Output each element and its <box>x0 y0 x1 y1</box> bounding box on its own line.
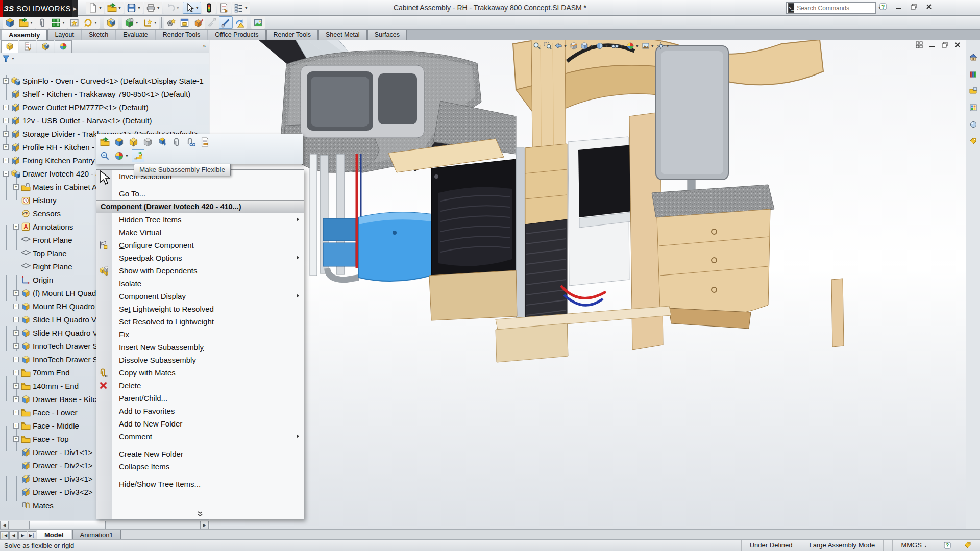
collapse-box-icon[interactable]: − <box>3 171 9 177</box>
dropdown-caret-icon[interactable]: ▼ <box>635 44 639 48</box>
view-settings-button[interactable]: ▼ <box>656 41 670 51</box>
menu-item-insert-new-subassembly[interactable]: Insert New Subassembly <box>96 341 304 354</box>
panel-tab-feature-manager[interactable] <box>1 40 18 53</box>
previous-view-button[interactable]: ▼ <box>554 41 568 51</box>
expand-box-icon[interactable]: + <box>3 118 9 123</box>
minimize-window-button[interactable] <box>927 41 937 49</box>
menu-item-hide-show-tree-items[interactable]: Hide/Show Tree Items... <box>96 478 304 490</box>
hide-show-items-button[interactable]: ▼ <box>610 41 624 51</box>
expand-box-icon[interactable]: + <box>13 184 19 190</box>
expand-box-icon[interactable]: + <box>13 224 19 230</box>
graphics-viewport[interactable]: ▼▼▼▼▼▼▼ *Isometric <box>210 40 980 540</box>
home-button[interactable] <box>969 53 977 61</box>
tag-status-button[interactable] <box>964 541 972 549</box>
tree-filter-bar[interactable]: ▼ <box>0 53 209 64</box>
tab-render-tools[interactable]: Render Tools <box>266 30 318 40</box>
expand-box-icon[interactable]: + <box>13 410 19 415</box>
edit-assembly-button[interactable] <box>113 136 126 148</box>
dropdown-caret-icon[interactable]: ▼ <box>125 154 129 158</box>
view-mates-button[interactable] <box>184 136 197 148</box>
zoom-fit-button[interactable] <box>532 41 542 51</box>
units-caret-icon[interactable]: ▴ <box>924 544 926 548</box>
tree-item-12v-usb-outlet-narva-1-default[interactable]: +12v - USB Outlet - Narva<1> (Default) <box>0 114 209 127</box>
menu-item-speedpak-options[interactable]: Speedpak Options <box>96 252 304 264</box>
reference-geometry-button[interactable]: ▼ <box>141 16 159 29</box>
linear-component-pattern-button[interactable]: ▼ <box>49 16 67 29</box>
expand-box-icon[interactable]: + <box>13 423 19 429</box>
panel-tab-configuration-manager[interactable] <box>37 40 54 53</box>
view-orientation-button[interactable]: ▼ <box>580 41 594 51</box>
mate-button[interactable] <box>35 16 49 29</box>
show-hidden-button[interactable] <box>141 136 154 148</box>
help-status-button[interactable]: ? <box>943 541 951 549</box>
dropdown-caret-icon[interactable]: ▼ <box>651 44 654 48</box>
menu-item-add-to-favorites[interactable]: Add to Favorites <box>96 405 304 417</box>
search-input[interactable] <box>796 4 877 12</box>
scroll-thumb[interactable] <box>29 521 106 529</box>
update-warning-button[interactable] <box>233 16 247 29</box>
tab-nav-last-button[interactable]: ▶│ <box>28 531 36 540</box>
tree-horizontal-scrollbar[interactable]: ◀ ▶ <box>0 520 209 530</box>
expand-box-icon[interactable]: + <box>3 78 9 84</box>
open-subassembly-button[interactable] <box>99 136 111 148</box>
expand-box-icon[interactable]: + <box>13 383 19 389</box>
apply-scene-button[interactable]: ▼ <box>641 41 655 51</box>
dropdown-caret-icon[interactable]: ▼ <box>564 44 567 48</box>
menu-item-isolate[interactable]: Isolate <box>96 277 304 290</box>
filter-funnel-icon[interactable] <box>2 55 10 63</box>
doc-tab-animation1[interactable]: Animation1 <box>72 530 121 540</box>
menu-expand-chevron-icon[interactable] <box>96 509 304 519</box>
component-properties-button[interactable] <box>199 136 211 148</box>
menu-item-copy-with-mates[interactable]: Copy with Mates <box>96 366 304 379</box>
mate-button[interactable] <box>170 136 183 148</box>
menu-item-add-to-new-folder[interactable]: Add to New Folder <box>96 417 304 430</box>
dropdown-caret-icon[interactable]: ▼ <box>154 21 157 24</box>
explode-line-sketch-button[interactable] <box>205 16 219 29</box>
cabinet-interior[interactable] <box>568 137 632 286</box>
tab-render-tools[interactable]: Render Tools <box>156 30 207 40</box>
tile-window-button[interactable] <box>914 41 924 49</box>
edit-appearance-button[interactable]: ▼ <box>626 41 640 51</box>
open-component-button[interactable]: ▼ <box>17 16 35 29</box>
smart-fasteners-button[interactable] <box>67 16 81 29</box>
tab-evaluate[interactable]: Evaluate <box>116 30 155 40</box>
search-commands[interactable]: >_ ▼ <box>786 2 876 14</box>
show-hidden-components-button[interactable] <box>104 16 118 29</box>
tab-sketch[interactable]: Sketch <box>82 30 115 40</box>
move-component-button[interactable]: ▼ <box>81 16 100 29</box>
scroll-left-icon[interactable]: ◀ <box>0 521 9 529</box>
menu-item-parent-child[interactable]: Parent/Child... <box>96 392 304 405</box>
tree-item-shelf-kitchen-trakkaway-790-850-1-default[interactable]: +Shelf - Kitchen - Trakkaway 790-850<1> … <box>0 87 209 101</box>
make-subassembly-flexible-button[interactable] <box>132 149 144 162</box>
doc-tab-model[interactable]: Model <box>37 530 71 540</box>
menu-item-dissolve-subassembly[interactable]: Dissolve Subassembly <box>96 354 304 366</box>
panel-chevron-icon[interactable]: » <box>203 43 206 49</box>
dropdown-caret-icon[interactable]: ▼ <box>135 21 139 24</box>
minimize-button[interactable] <box>892 2 904 12</box>
exploded-view-button[interactable] <box>191 16 205 29</box>
section-view-button[interactable] <box>569 41 578 51</box>
menu-item-component-display[interactable]: Component Display <box>96 290 304 303</box>
close-button[interactable] <box>923 2 935 12</box>
panel-tab-property-manager[interactable] <box>19 40 36 53</box>
dropdown-caret-icon[interactable]: ▼ <box>62 21 65 24</box>
restore-button[interactable] <box>908 2 920 12</box>
expand-box-icon[interactable]: + <box>13 304 19 309</box>
tab-sheet-metal[interactable]: Sheet Metal <box>318 30 367 40</box>
zoom-to-selection-button[interactable] <box>99 149 111 162</box>
menu-item-go-to[interactable]: Go To... <box>96 187 304 200</box>
tab-layout[interactable]: Layout <box>47 30 81 40</box>
tab-office-products[interactable]: Office Products <box>208 30 265 40</box>
custom-properties-button[interactable] <box>969 137 977 145</box>
scroll-right-icon[interactable]: ▶ <box>200 521 209 529</box>
panel-tab-display-manager[interactable] <box>55 40 72 53</box>
dropdown-caret-icon[interactable]: ▼ <box>590 44 593 48</box>
insert-components-button[interactable] <box>3 16 17 29</box>
expand-box-icon[interactable]: + <box>13 290 19 296</box>
expand-box-icon[interactable]: + <box>13 357 19 362</box>
menu-item-configure-component[interactable]: Configure Component <box>96 239 304 252</box>
dropdown-caret-icon[interactable]: ▼ <box>620 44 624 48</box>
menu-item-set-resolved-to-lightweight[interactable]: Set Resolved to Lightweight <box>96 315 304 328</box>
tab-surfaces[interactable]: Surfaces <box>368 30 407 40</box>
tree-item-spinflo-oven-curved-1-default-display-state-1[interactable]: +SpinFlo - Oven - Curved<1> (Default<Dis… <box>0 74 209 87</box>
